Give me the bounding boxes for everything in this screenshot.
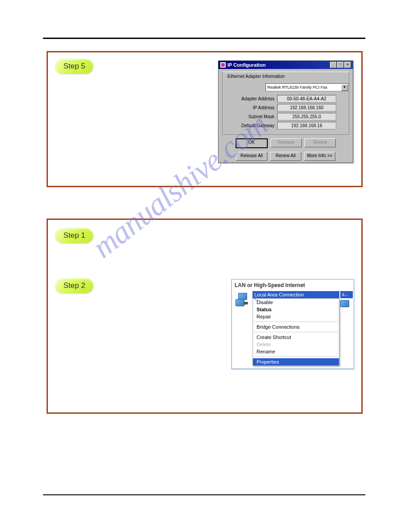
adapter-value: Realtek RTL8139 Family PCI Fas bbox=[267, 85, 327, 90]
adapter-dropdown[interactable]: Realtek RTL8139 Family PCI Fas ▼ bbox=[265, 83, 349, 91]
selected-connection[interactable]: Local Area Connection bbox=[253, 291, 339, 298]
release-all-button[interactable]: Release All bbox=[236, 152, 267, 161]
subnet-label: Subnet Mask bbox=[225, 114, 277, 119]
ok-button[interactable]: OK bbox=[235, 138, 268, 148]
page: Step 5 IP Configuration _ □ × Ethernet A… bbox=[0, 0, 411, 532]
gateway-label: Default Gateway bbox=[225, 123, 277, 128]
menu-separator-3 bbox=[254, 356, 338, 357]
menu-shortcut[interactable]: Create Shortcut bbox=[253, 334, 339, 341]
maximize-button[interactable]: □ bbox=[337, 62, 344, 68]
menu-separator-2 bbox=[254, 332, 338, 332]
app-icon bbox=[220, 62, 226, 68]
menu-repair[interactable]: Repair bbox=[253, 313, 339, 320]
right-trunc: s... bbox=[340, 291, 353, 298]
release-button[interactable]: Release bbox=[270, 138, 302, 147]
more-info-button[interactable]: More Info >> bbox=[304, 152, 335, 161]
renew-button[interactable]: Renew bbox=[304, 138, 336, 147]
renew-all-button[interactable]: Renew All bbox=[270, 152, 301, 161]
adapter-address-value: 00-50-48-EA-A4-A2 bbox=[277, 95, 336, 103]
menu-disable[interactable]: Disable bbox=[253, 299, 339, 306]
step1-pill: Step 1 bbox=[55, 228, 94, 243]
step5-box: Step 5 IP Configuration _ □ × Ethernet A… bbox=[47, 51, 363, 187]
partial-network-icon: s... bbox=[340, 291, 351, 307]
steps-box: Step 1 Step 2 LAN or High-Speed Internet… bbox=[47, 219, 363, 414]
step2-pill: Step 2 bbox=[55, 278, 94, 293]
minimize-button[interactable]: _ bbox=[330, 62, 337, 68]
connection-status-icon: C bbox=[255, 296, 258, 301]
ip-address-value: 192.168.168.160 bbox=[277, 104, 336, 112]
ip-address-label: IP Address bbox=[225, 105, 277, 110]
dialog-titlebar[interactable]: IP Configuration _ □ × bbox=[218, 61, 353, 69]
gateway-value: 192.168.168.16 bbox=[277, 122, 336, 129]
top-rule bbox=[43, 38, 365, 39]
group-title: Ethernet Adapter Information bbox=[226, 74, 286, 79]
menu-delete: Delete bbox=[253, 341, 339, 348]
lan-panel: LAN or High-Speed Internet Local Area Co… bbox=[231, 279, 354, 369]
context-menu: Disable Status Repair Bridge Connections… bbox=[253, 298, 339, 366]
menu-separator-1 bbox=[254, 322, 338, 322]
lan-title: LAN or High-Speed Internet bbox=[235, 282, 351, 288]
menu-status[interactable]: Status bbox=[253, 306, 339, 313]
button-row-1: OK Release Renew bbox=[218, 137, 353, 150]
step5-pill: Step 5 bbox=[55, 59, 94, 74]
menu-bridge[interactable]: Bridge Connections bbox=[253, 323, 339, 330]
network-icon[interactable] bbox=[235, 293, 251, 308]
adapter-groupbox: Ethernet Adapter Information Realtek RTL… bbox=[222, 72, 349, 135]
subnet-value: 255.255.255.0 bbox=[277, 113, 336, 120]
dialog-title: IP Configuration bbox=[227, 62, 265, 68]
button-row-2: Release All Renew All More Info >> bbox=[218, 150, 353, 163]
menu-rename[interactable]: Rename bbox=[253, 348, 339, 355]
menu-properties[interactable]: Properties bbox=[253, 358, 339, 365]
close-button[interactable]: × bbox=[344, 62, 351, 68]
adapter-address-label: Adapter Address bbox=[225, 96, 277, 101]
chevron-down-icon[interactable]: ▼ bbox=[341, 84, 348, 91]
ip-config-dialog: IP Configuration _ □ × Ethernet Adapter … bbox=[218, 60, 353, 163]
bottom-rule bbox=[43, 494, 365, 495]
